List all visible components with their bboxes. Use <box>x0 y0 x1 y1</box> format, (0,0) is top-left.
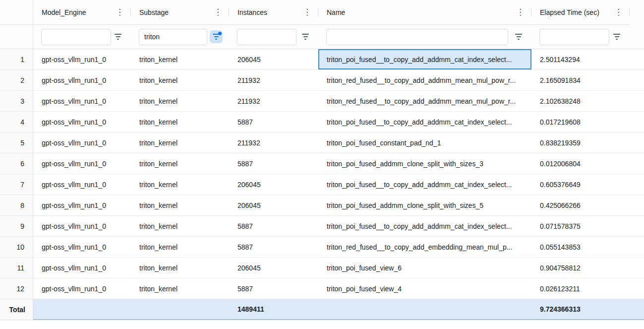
cell-name[interactable]: triton_red_fused__to_copy_add_embedding_… <box>318 237 531 258</box>
cell-elapsed-time[interactable]: 0.026123211 <box>531 278 630 299</box>
cell-instances[interactable]: 5887 <box>229 237 318 258</box>
cell-model-engine[interactable]: gpt-oss_vllm_run1_0 <box>33 174 131 195</box>
cell-name[interactable]: triton_poi_fused_constant_pad_nd_1 <box>318 132 531 153</box>
cell-instances[interactable]: 211932 <box>229 70 318 91</box>
cell-model-engine[interactable]: gpt-oss_vllm_run1_0 <box>33 49 131 70</box>
cell-model-engine[interactable]: gpt-oss_vllm_run1_0 <box>33 132 131 153</box>
cell-model-engine[interactable]: gpt-oss_vllm_run1_0 <box>33 237 131 258</box>
cell-elapsed-time[interactable]: 2.165091834 <box>531 70 630 91</box>
cell-substage[interactable]: triton_kernel <box>131 174 229 195</box>
column-header-name[interactable]: Name ⋮ <box>318 0 531 25</box>
header-filler <box>630 0 644 25</box>
header-corner <box>0 0 33 25</box>
row-number: 8 <box>0 195 33 216</box>
cell-name-selected[interactable]: triton_poi_fused__to_copy_add_addmm_cat_… <box>318 49 531 70</box>
cell-name[interactable]: triton_poi_fused__to_copy_add_addmm_cat_… <box>318 112 531 132</box>
header-row: Model_Engine ⋮ Substage ⋮ Instances ⋮ Na… <box>0 0 644 25</box>
filter-button-model-engine[interactable] <box>112 30 124 43</box>
cell-elapsed-time[interactable]: 0.055143853 <box>531 237 630 258</box>
cell-model-engine[interactable]: gpt-oss_vllm_run1_0 <box>33 153 131 174</box>
cell-model-engine[interactable]: gpt-oss_vllm_run1_0 <box>33 278 131 299</box>
filter-icon <box>515 34 522 40</box>
cell-substage[interactable]: triton_kernel <box>131 195 229 216</box>
cell-name[interactable]: triton_poi_fused__to_copy_add_addmm_cat_… <box>318 216 531 237</box>
cell-substage[interactable]: triton_kernel <box>131 70 229 91</box>
cell-instances[interactable]: 206045 <box>229 49 318 70</box>
column-header-instances[interactable]: Instances ⋮ <box>229 0 318 25</box>
cell-instances[interactable]: 5887 <box>229 278 318 299</box>
table-row: 9 gpt-oss_vllm_run1_0 triton_kernel 5887… <box>0 216 644 237</box>
cell-elapsed-time[interactable]: 0.012006804 <box>531 153 630 174</box>
cell-elapsed-time[interactable]: 0.904758812 <box>531 258 630 278</box>
cell-instances[interactable]: 211932 <box>229 132 318 153</box>
filter-input-elapsed-time[interactable] <box>539 29 609 45</box>
cell-elapsed-time[interactable]: 2.501143294 <box>531 49 630 70</box>
table-row: 3 gpt-oss_vllm_run1_0 triton_kernel 2119… <box>0 91 644 112</box>
active-filter-dot <box>218 32 222 35</box>
filter-button-elapsed-time[interactable] <box>610 30 623 43</box>
cell-elapsed-time[interactable]: 0.071578375 <box>531 216 630 237</box>
cell-substage[interactable]: triton_kernel <box>131 49 229 70</box>
cell-name[interactable]: triton_red_fused__to_copy_add_addmm_mean… <box>318 70 531 91</box>
cell-model-engine[interactable]: gpt-oss_vllm_run1_0 <box>33 91 131 112</box>
cell-name[interactable]: triton_red_fused__to_copy_add_addmm_mean… <box>318 91 531 112</box>
cell-instances[interactable]: 206045 <box>229 258 318 278</box>
cell-model-engine[interactable]: gpt-oss_vllm_run1_0 <box>33 216 131 237</box>
column-header-substage[interactable]: Substage ⋮ <box>131 0 229 25</box>
column-menu-icon[interactable]: ⋮ <box>516 8 525 16</box>
column-menu-icon[interactable]: ⋮ <box>213 8 223 16</box>
cell-substage[interactable]: triton_kernel <box>131 91 229 112</box>
cell-elapsed-time[interactable]: 0.838219359 <box>531 132 630 153</box>
cell-instances[interactable]: 211932 <box>229 91 318 112</box>
cell-substage[interactable]: triton_kernel <box>131 112 229 132</box>
column-header-elapsed-time[interactable]: Elapsed Time (sec) ⋮ <box>531 0 630 25</box>
column-menu-icon[interactable]: ⋮ <box>115 8 124 16</box>
cell-instances[interactable]: 206045 <box>229 195 318 216</box>
cell-model-engine[interactable]: gpt-oss_vllm_run1_0 <box>33 112 131 132</box>
filter-button-instances[interactable] <box>299 30 312 43</box>
cell-model-engine[interactable]: gpt-oss_vllm_run1_0 <box>33 70 131 91</box>
filter-icon <box>613 34 620 40</box>
cell-substage[interactable]: triton_kernel <box>131 216 229 237</box>
row-filler <box>630 195 644 216</box>
table-row: 8 gpt-oss_vllm_run1_0 triton_kernel 2060… <box>0 195 644 216</box>
table-row: 4 gpt-oss_vllm_run1_0 triton_kernel 5887… <box>0 112 644 132</box>
cell-substage[interactable]: triton_kernel <box>131 258 229 278</box>
cell-name[interactable]: triton_poi_fused_view_6 <box>318 258 531 278</box>
table-row: 10 gpt-oss_vllm_run1_0 triton_kernel 588… <box>0 237 644 258</box>
filter-input-instances[interactable] <box>237 29 296 45</box>
column-header-model-engine[interactable]: Model_Engine ⋮ <box>33 0 131 25</box>
cell-substage[interactable]: triton_kernel <box>131 237 229 258</box>
total-name-empty <box>318 299 531 319</box>
filter-icon <box>115 34 121 40</box>
row-filler <box>630 153 644 174</box>
cell-name[interactable]: triton_poi_fused_addmm_clone_split_with_… <box>318 153 531 174</box>
cell-name[interactable]: triton_poi_fused_view_4 <box>318 278 531 299</box>
cell-substage[interactable]: triton_kernel <box>131 278 229 299</box>
cell-substage[interactable]: triton_kernel <box>131 153 229 174</box>
cell-name[interactable]: triton_poi_fused_addmm_clone_split_with_… <box>318 195 531 216</box>
column-menu-icon[interactable]: ⋮ <box>614 8 623 16</box>
cell-model-engine[interactable]: gpt-oss_vllm_run1_0 <box>33 195 131 216</box>
row-filler <box>630 258 644 278</box>
cell-elapsed-time[interactable]: 0.425066266 <box>531 195 630 216</box>
filter-input-substage[interactable] <box>139 29 207 45</box>
cell-substage[interactable]: triton_kernel <box>131 132 229 153</box>
cell-elapsed-time[interactable]: 0.017219608 <box>531 112 630 132</box>
filter-input-name[interactable] <box>326 29 508 45</box>
column-menu-icon[interactable]: ⋮ <box>302 8 312 16</box>
cell-instances[interactable]: 5887 <box>229 216 318 237</box>
cell-instances[interactable]: 5887 <box>229 112 318 132</box>
total-row: Total 1489411 9.724366313 <box>0 299 644 320</box>
cell-elapsed-time[interactable]: 0.605376649 <box>531 174 630 195</box>
cell-name[interactable]: triton_poi_fused__to_copy_add_addmm_cat_… <box>318 174 531 195</box>
filter-button-name[interactable] <box>512 30 525 43</box>
cell-model-engine[interactable]: gpt-oss_vllm_run1_0 <box>33 258 131 278</box>
cell-instances[interactable]: 206045 <box>229 174 318 195</box>
cell-instances[interactable]: 5887 <box>229 153 318 174</box>
cell-elapsed-time[interactable]: 2.102638248 <box>531 91 630 112</box>
filter-input-model-engine[interactable] <box>41 29 111 45</box>
table-row: 2 gpt-oss_vllm_run1_0 triton_kernel 2119… <box>0 70 644 91</box>
filter-button-substage-active[interactable] <box>210 30 223 43</box>
filter-cell-name <box>318 25 531 49</box>
